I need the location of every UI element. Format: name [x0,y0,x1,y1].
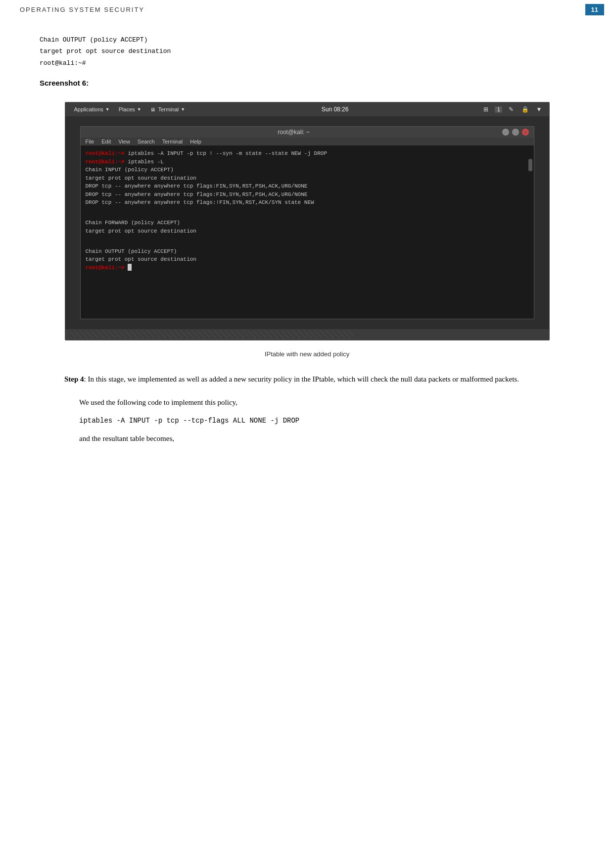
resultant-paragraph: and the resultant table becomes, [79,432,574,445]
term-row1-dest: anywhere [154,183,183,189]
terminal-body[interactable]: root@kali:~# iptables -A INPUT -p tcp ! … [81,145,534,319]
applications-menu[interactable]: Applications ▼ [70,105,114,114]
term-row3-target: DROP [86,199,102,205]
terminal-menubar: File Edit View Search Terminal Help [81,138,534,145]
scrollbar-thumb[interactable] [528,159,532,171]
term-cursor [128,264,132,271]
term-chain-forward: Chain FORWARD (policy ACCEPT) [86,219,529,227]
topbar-clock: Sun 08:26 [322,106,349,113]
term-line-headers: target prot opt source destination [86,174,529,183]
term-row1-flags: tcp flags:FIN,SYN,RST,PSH,ACK,URG/NONE [184,183,308,189]
term-row1: DROP tcp -- anywhere anywhere tcp flags:… [86,182,529,191]
term-prompt-final: root@kali:~# [86,265,125,271]
term-line-1: root@kali:~# iptables -A INPUT -p tcp ! … [86,149,529,158]
terminal-frame: root@kali: ~ − □ ✕ File Edit View Search [80,126,534,319]
menu-search[interactable]: Search [138,139,155,145]
term-blank-1 [86,211,529,219]
terminal-title: root@kali: ~ [86,129,502,136]
term-final-prompt: root@kali:~# [86,264,529,272]
topbar-right: ⊞ 1 ✎ 🔒 ▼ [481,104,544,114]
term-row2-dest: anywhere [154,192,183,197]
terminal-arrow: ▼ [181,107,185,112]
image-caption: IPtable with new added policy [40,350,574,358]
term-row3-dest: anywhere [154,199,183,205]
prompt-line: root@kali:~# [40,57,574,69]
term-headers-2: target prot opt source destination [86,227,529,236]
topbar-left: Applications ▼ Places ▼ 🖥 Terminal ▼ [70,105,189,114]
menu-help[interactable]: Help [190,139,201,145]
power-arrow[interactable]: ▼ [534,104,544,114]
kali-dragon-watermark [70,331,355,338]
step4-text: : In this stage, we implemented as well … [84,375,519,383]
network-icon[interactable]: ⊞ [481,104,491,114]
header-line: target prot opt source destination [40,46,574,57]
we-used-paragraph: We used the following code to implement … [79,396,574,409]
screenshot-container: Applications ▼ Places ▼ 🖥 Terminal ▼ Sun… [65,102,550,340]
places-arrow: ▼ [137,107,142,112]
term-row3-proto: tcp -- anywhere [102,199,154,205]
terminal-titlebar: root@kali: ~ − □ ✕ [81,127,534,138]
header-title: OPERATING SYSTEM SECURITY [20,6,144,13]
terminal-window-area: root@kali: ~ − □ ✕ File Edit View Search [65,116,549,329]
lock-icon[interactable]: 🔒 [520,104,530,114]
step4-label: Step 4 [64,375,84,383]
term-chain-output: Chain OUTPUT (policy ACCEPT) [86,247,529,256]
menu-file[interactable]: File [86,139,94,145]
term-headers-3: target prot opt source destination [86,255,529,264]
terminal-window-buttons: − □ ✕ [502,129,529,136]
term-prompt-2: root@kali:~# [86,159,125,165]
term-row3-flags: tcp flags:!FIN,SYN,RST,ACK/SYN state NEW [184,199,314,205]
screenshot-label: Screenshot 6: [40,79,574,87]
terminal-menu[interactable]: 🖥 Terminal ▼ [146,105,189,114]
kali-bottombar [65,329,549,340]
term-row2-proto: tcp -- anywhere [102,192,154,197]
term-prompt-1: root@kali:~# [86,150,125,156]
minimize-button[interactable]: − [502,129,509,136]
applications-arrow: ▼ [105,107,110,112]
term-line-chain-input: Chain INPUT (policy ACCEPT) [86,166,529,174]
term-line-2: root@kali:~# iptables -L [86,158,529,166]
term-row2: DROP tcp -- anywhere anywhere tcp flags:… [86,191,529,199]
chain-output-line: Chain OUTPUT (policy ACCEPT) [40,34,574,46]
term-row1-target: DROP [86,183,102,189]
page-container: OPERATING SYSTEM SECURITY 11 Chain OUTPU… [0,0,614,868]
close-button[interactable]: ✕ [522,129,529,136]
terminal-text-block: Chain OUTPUT (policy ACCEPT) target prot… [40,34,574,69]
content-area: Chain OUTPUT (policy ACCEPT) target prot… [0,34,614,445]
term-row1-proto: tcp -- anywhere [102,183,154,189]
maximize-button[interactable]: □ [512,129,519,136]
iptables-command: iptables -A INPUT -p tcp --tcp-flags ALL… [79,417,574,425]
term-blank-2 [86,239,529,247]
header-bar: OPERATING SYSTEM SECURITY 11 [0,0,614,19]
notification-badge: 1 [495,106,503,113]
step4-paragraph: Step 4: In this stage, we implemented as… [40,373,574,386]
term-row2-target: DROP [86,192,102,197]
places-menu[interactable]: Places ▼ [115,105,145,114]
page-number: 11 [585,4,604,15]
kali-topbar: Applications ▼ Places ▼ 🖥 Terminal ▼ Sun… [65,102,549,116]
term-cmd-1: iptables -A INPUT -p tcp ! --syn -m stat… [128,150,327,156]
edit-icon[interactable]: ✎ [506,104,516,114]
menu-terminal[interactable]: Terminal [162,139,183,145]
scrollbar-track [528,156,533,340]
term-row3: DROP tcp -- anywhere anywhere tcp flags:… [86,198,529,207]
term-row2-flags: tcp flags:FIN,SYN,RST,PSH,ACK,URG/NONE [184,192,308,197]
term-cmd-2: iptables -L [128,159,164,165]
menu-edit[interactable]: Edit [101,139,111,145]
menu-view[interactable]: View [118,139,130,145]
